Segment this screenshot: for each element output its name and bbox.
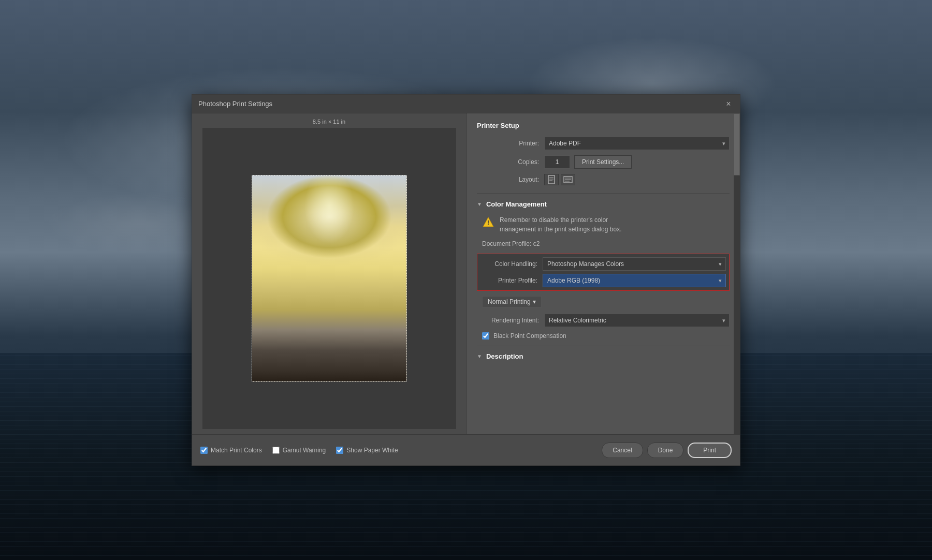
close-button[interactable]: × [723, 99, 734, 109]
black-point-row: Black Point Compensation [477, 332, 730, 340]
printer-profile-row: Printer Profile: Adobe RGB (1998) sRGB I… [480, 274, 726, 287]
description-toggle[interactable]: ▼ [477, 353, 482, 359]
printer-profile-select[interactable]: Adobe RGB (1998) sRGB IEC61966-2.1 ProPh… [543, 274, 726, 287]
normal-printing-row: Normal Printing ▾ [477, 296, 730, 307]
rendering-intent-select[interactable]: Relative Colorimetric Perceptual Saturat… [544, 314, 730, 327]
printer-label: Printer: [482, 140, 544, 147]
color-management-header: ▼ Color Management [477, 200, 730, 208]
warning-icon: ! [482, 216, 494, 229]
svg-text:!: ! [487, 219, 489, 227]
bottom-buttons: Cancel Done Print [602, 443, 732, 458]
settings-panel: Printer Setup Printer: Adobe PDF Cop [467, 113, 740, 434]
svg-rect-0 [548, 175, 555, 184]
divider-1 [477, 194, 730, 194]
gamut-warning-item: Gamut Warning [272, 447, 326, 454]
rendering-intent-select-wrapper: Relative Colorimetric Perceptual Saturat… [544, 314, 730, 327]
description-title: Description [486, 352, 523, 360]
preview-panel: 8.5 in × 11 in [192, 113, 467, 434]
color-management-toggle[interactable]: ▼ [477, 201, 482, 207]
rendering-intent-label: Rendering Intent: [482, 317, 544, 324]
printer-select[interactable]: Adobe PDF [544, 137, 730, 150]
layout-landscape-button[interactable] [561, 174, 575, 185]
color-highlight-box: Color Handling: Photoshop Manages Colors… [477, 254, 730, 291]
paper-size-label: 8.5 in × 11 in [313, 119, 345, 125]
copies-row: Copies: 1 Print Settings... [477, 155, 730, 169]
dialog-titlebar: Photoshop Print Settings × [192, 95, 740, 113]
layout-row: Layout: [477, 174, 730, 185]
layout-label: Layout: [482, 176, 544, 183]
bottom-bar: Match Print Colors Gamut Warning Show Pa… [192, 434, 740, 465]
black-point-checkbox[interactable] [482, 332, 489, 340]
document-profile: Document Profile: c2 [477, 240, 730, 247]
show-paper-white-checkbox[interactable] [336, 447, 343, 454]
gamut-warning-checkbox[interactable] [272, 447, 280, 454]
color-handling-label: Color Handling: [480, 260, 543, 268]
done-button[interactable]: Done [647, 443, 684, 458]
description-section: ▼ Description [477, 352, 730, 360]
copies-controls: 1 Print Settings... [544, 155, 730, 169]
description-header: ▼ Description [477, 352, 730, 360]
printer-select-wrapper: Adobe PDF [544, 137, 730, 150]
layout-portrait-button[interactable] [544, 174, 559, 185]
color-handling-select-wrapper: Photoshop Manages Colors Printer Manages… [543, 257, 726, 271]
rendering-intent-row: Rendering Intent: Relative Colorimetric … [477, 314, 730, 327]
black-point-label: Black Point Compensation [493, 332, 566, 340]
color-management-section: ▼ Color Management ! Remember to disab [477, 200, 730, 340]
normal-printing-button[interactable]: Normal Printing ▾ [482, 296, 542, 307]
print-settings-button[interactable]: Print Settings... [574, 155, 632, 169]
cancel-button[interactable]: Cancel [602, 443, 643, 458]
printer-setup-section: Printer Setup Printer: Adobe PDF Cop [477, 122, 730, 185]
gamut-warning-label: Gamut Warning [283, 447, 326, 454]
color-handling-select[interactable]: Photoshop Manages Colors Printer Manages… [543, 257, 726, 271]
paper-preview [252, 175, 407, 382]
print-settings-dialog: Photoshop Print Settings × 8.5 in × 11 i… [192, 94, 740, 466]
printer-profile-label: Printer Profile: [480, 277, 543, 284]
match-print-colors-label: Match Print Colors [211, 447, 262, 454]
paper-image [252, 175, 406, 381]
print-button[interactable]: Print [688, 443, 732, 458]
divider-2 [477, 346, 730, 346]
printer-setup-title: Printer Setup [477, 122, 519, 129]
dialog-title: Photoshop Print Settings [198, 100, 272, 108]
settings-scroll[interactable]: Printer Setup Printer: Adobe PDF Cop [467, 113, 740, 434]
warning-text: Remember to disable the printer's color … [500, 215, 621, 234]
warning-box: ! Remember to disable the printer's colo… [477, 215, 730, 234]
preview-area [202, 128, 456, 429]
show-paper-white-label: Show Paper White [346, 447, 398, 454]
show-paper-white-item: Show Paper White [336, 447, 398, 454]
dialog-body: 8.5 in × 11 in Printer Setup Printer: [192, 113, 740, 434]
printer-row: Printer: Adobe PDF [477, 137, 730, 150]
bottom-checkboxes: Match Print Colors Gamut Warning Show Pa… [200, 447, 602, 454]
copies-input[interactable]: 1 [544, 155, 570, 169]
color-handling-row: Color Handling: Photoshop Manages Colors… [480, 257, 726, 271]
layout-icons [544, 174, 730, 185]
scrollbar-thumb[interactable] [734, 113, 740, 175]
match-print-colors-item: Match Print Colors [200, 447, 262, 454]
printer-setup-header: Printer Setup [477, 122, 730, 129]
match-print-colors-checkbox[interactable] [200, 447, 208, 454]
scrollbar-track[interactable] [734, 113, 740, 434]
copies-label: Copies: [482, 158, 544, 166]
color-management-title: Color Management [486, 200, 547, 208]
printer-profile-select-wrapper: Adobe RGB (1998) sRGB IEC61966-2.1 ProPh… [543, 274, 726, 287]
